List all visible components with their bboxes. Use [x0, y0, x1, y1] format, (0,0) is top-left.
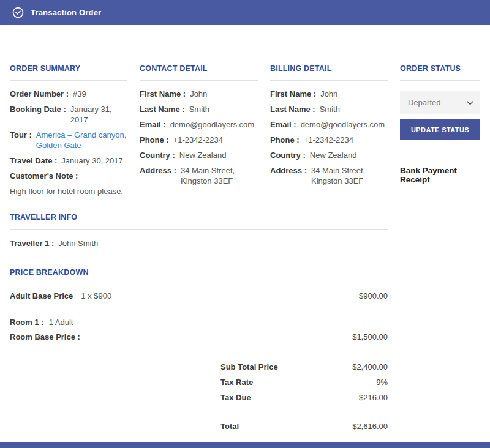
phone-field: Phone : +1-2342-2234	[140, 135, 258, 145]
order-summary-heading: ORDER SUMMARY	[10, 64, 127, 73]
field-value: John	[320, 89, 337, 99]
row-amount: $1,500.00	[352, 332, 388, 342]
divider	[270, 80, 388, 81]
first-name-field: First Name : John	[140, 89, 258, 99]
update-status-button[interactable]: UPDATE STATUS	[400, 119, 480, 140]
row-detail: 1 x $900	[81, 291, 111, 301]
row-label: Tax Due	[221, 392, 251, 403]
field-label: Address :	[140, 165, 176, 186]
row-label: Total	[221, 421, 239, 431]
divider	[400, 80, 480, 81]
field-value: demo@goodlayers.com	[170, 119, 254, 130]
field-label: Order Number :	[10, 89, 69, 99]
room-base-price-row: Room Base Price : $1,500.00	[10, 332, 388, 342]
tour-field: Tour : America – Grand canyon, Golden Ga…	[10, 130, 127, 151]
contact-detail-heading: CONTACT DETAIL	[140, 64, 258, 73]
billing-detail-section: BILLING DETAIL First Name : John Last Na…	[270, 64, 388, 191]
order-summary-section: ORDER SUMMARY Order Number : #39 Booking…	[10, 64, 127, 196]
customer-note-text: High floor for hotel room please.	[10, 186, 127, 196]
order-number-field: Order Number : #39	[10, 89, 127, 99]
page-title: Transaction Order	[31, 8, 101, 17]
customer-note-field: Customer's Note :	[10, 171, 127, 181]
field-label: Country :	[140, 150, 175, 160]
divider	[140, 80, 258, 81]
grand-total-row: Total $2,616.00	[10, 413, 388, 438]
price-table: Adult Base Price 1 x $900 $900.00 Room 1…	[10, 283, 388, 438]
order-status-select[interactable]: Departed	[400, 91, 480, 114]
email-field: Email : demo@goodlayers.com	[140, 119, 258, 130]
top-bar: Transaction Order	[0, 0, 490, 25]
field-value: demo@goodlayers.com	[301, 119, 385, 130]
totals-block: Sub Total Price $2,400.00 Tax Rate 9% Ta…	[10, 351, 388, 413]
phone-field: Phone : +1-2342-2234	[270, 135, 388, 145]
divider	[10, 229, 388, 230]
tax-due-row: Tax Due $216.00	[10, 392, 388, 403]
row-amount: $2,400.00	[352, 362, 388, 372]
circled-check-icon	[12, 7, 24, 18]
booking-date-field: Booking Date : January 31, 2017	[10, 104, 127, 125]
field-label: Email :	[270, 119, 296, 130]
row-amount: $900.00	[359, 291, 388, 301]
field-value: John Smith	[58, 238, 98, 248]
billing-detail-heading: BILLING DETAIL	[270, 64, 388, 73]
field-label: Phone :	[270, 135, 300, 145]
field-value: Smith	[189, 104, 209, 114]
transaction-order-page: Transaction Order ORDER SUMMARY Order Nu…	[0, 0, 490, 448]
field-value: New Zealand	[310, 150, 357, 160]
field-label: Email :	[140, 119, 166, 130]
field-label: Customer's Note :	[10, 171, 78, 181]
travel-date-field: Travel Date : January 30, 2017	[10, 155, 127, 166]
bottom-bar	[0, 442, 490, 448]
field-label: Traveller 1 :	[10, 238, 54, 248]
field-label: Address :	[270, 165, 307, 186]
field-label: Last Name :	[140, 104, 185, 114]
field-label: Travel Date :	[10, 155, 57, 166]
row-amount: 9%	[376, 377, 388, 387]
divider	[400, 192, 480, 192]
top-columns: ORDER SUMMARY Order Number : #39 Booking…	[10, 64, 480, 196]
price-breakdown-heading: PRICE BREAKDOWN	[10, 268, 388, 277]
last-name-field: Last Name : Smith	[140, 104, 258, 114]
field-label: First Name :	[140, 89, 186, 99]
traveller-info-section: TRAVELLER INFO Traveller 1 : John Smith	[10, 213, 388, 248]
field-value: 34 Main Street, Kingston 33EF	[181, 165, 258, 186]
divider	[10, 80, 127, 81]
field-value: John	[190, 89, 207, 99]
bank-payment-receipt-heading: Bank Payment Receipt	[400, 166, 480, 184]
address-field: Address : 34 Main Street, Kingston 33EF	[140, 165, 258, 186]
field-value: +1-2342-2234	[304, 135, 353, 145]
first-name-field: First Name : John	[270, 89, 388, 99]
adult-base-price-row: Adult Base Price 1 x $900 $900.00	[10, 283, 388, 308]
field-value: 34 Main Street, Kingston 33EF	[311, 165, 388, 186]
field-value: Smith	[320, 104, 340, 114]
field-label: First Name :	[270, 89, 316, 99]
content-area: ORDER SUMMARY Order Number : #39 Booking…	[0, 25, 490, 438]
lower-sections: TRAVELLER INFO Traveller 1 : John Smith …	[10, 213, 388, 438]
row-amount: $216.00	[359, 392, 388, 403]
chevron-down-icon	[467, 98, 473, 107]
row-amount: $2,616.00	[352, 421, 388, 431]
tax-rate-row: Tax Rate 9%	[10, 377, 388, 387]
country-field: Country : New Zealand	[270, 150, 388, 160]
row-value: 1 Adult	[49, 317, 74, 327]
field-value: January 31, 2017	[70, 104, 127, 125]
room-block: Room 1 : 1 Adult Room Base Price : $1,50…	[10, 308, 388, 351]
row-label: Sub Total Price	[221, 362, 278, 372]
field-value: January 30, 2017	[61, 155, 123, 166]
field-label: Booking Date :	[10, 104, 66, 125]
traveller-1-field: Traveller 1 : John Smith	[10, 238, 388, 248]
sub-total-row: Sub Total Price $2,400.00	[10, 362, 388, 372]
row-label: Tax Rate	[221, 377, 253, 387]
traveller-info-heading: TRAVELLER INFO	[10, 213, 388, 222]
field-label: Phone :	[140, 135, 169, 145]
row-label: Room Base Price :	[10, 332, 80, 342]
contact-detail-section: CONTACT DETAIL First Name : John Last Na…	[140, 64, 258, 191]
room-row: Room 1 : 1 Adult	[10, 317, 388, 327]
row-label: Adult Base Price	[10, 291, 73, 301]
field-label: Tour :	[10, 130, 32, 151]
tour-link[interactable]: America – Grand canyon, Golden Gate	[36, 130, 127, 151]
order-status-heading: ORDER STATUS	[400, 64, 480, 73]
field-value: +1-2342-2234	[173, 135, 223, 145]
order-status-selected-value: Departed	[408, 98, 440, 107]
row-label: Room 1 :	[10, 317, 44, 327]
